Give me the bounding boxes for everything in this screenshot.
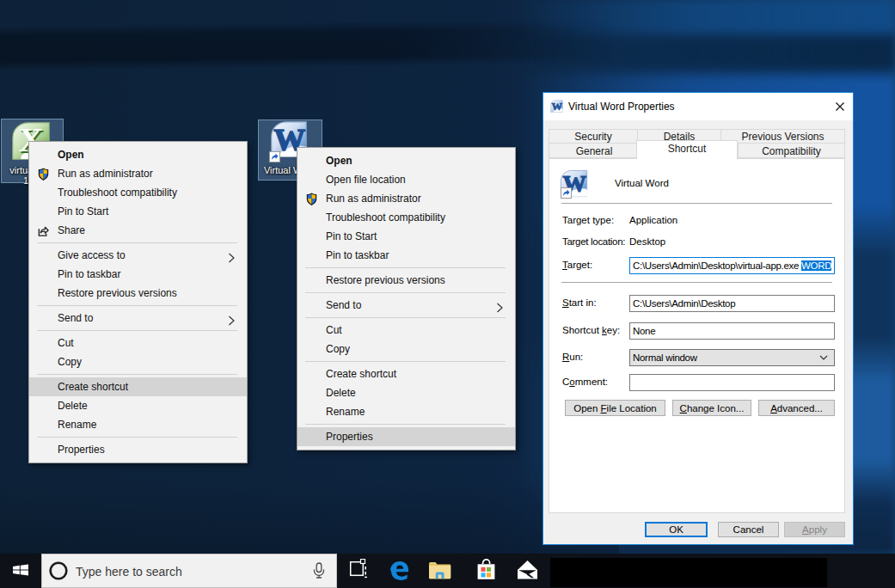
- svg-text:W: W: [552, 101, 563, 113]
